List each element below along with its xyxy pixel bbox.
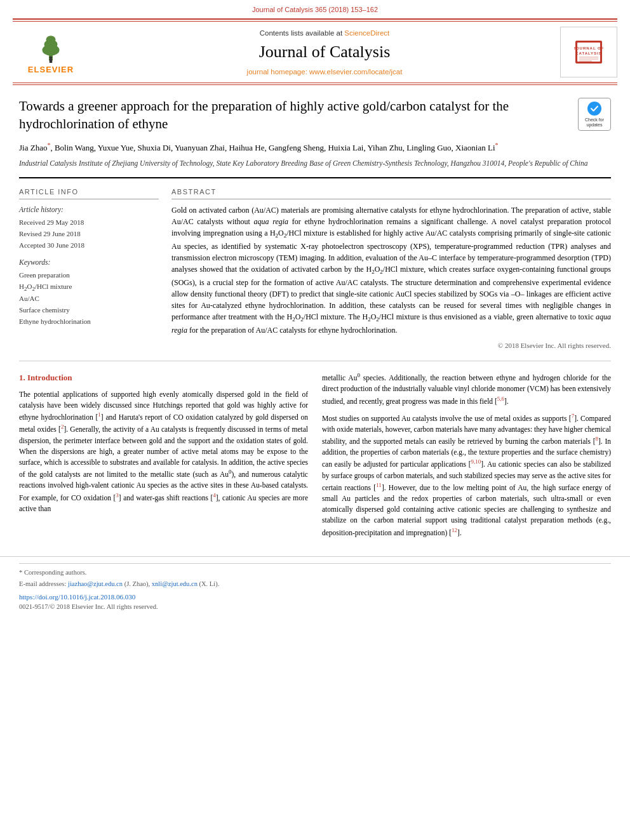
- journal-logo-box: JOURNAL OF CATALYSIS: [560, 27, 617, 77]
- contents-line: Contents lists available at ScienceDirec…: [95, 28, 554, 38]
- article-info-label: ARTICLE INFO: [19, 187, 159, 199]
- intro-right-col: metallic Au0 species. Additionally, the …: [322, 371, 611, 543]
- accepted-date: Accepted 30 June 2018: [19, 240, 159, 251]
- article-history-label: Article history:: [19, 204, 159, 215]
- email-line: E-mail addresses: jiazhao@zjut.edu.cn (J…: [19, 579, 611, 589]
- journal-logo-icon: JOURNAL OF CATALYSIS: [574, 39, 603, 65]
- elsevier-label: ELSEVIER: [28, 64, 74, 76]
- keyword-4: Surface chemistry: [19, 305, 159, 316]
- check-updates-badge: Check for updates: [578, 98, 611, 131]
- email2-link[interactable]: xnli@zjut.edu.cn: [152, 580, 198, 587]
- header: Journal of Catalysis 365 (2018) 153–162 …: [0, 0, 630, 85]
- keyword-5: Ethyne hydrochlorination: [19, 316, 159, 328]
- section-divider: [19, 177, 611, 178]
- svg-point-4: [50, 56, 53, 59]
- copyright-line: © 2018 Elsevier Inc. All rights reserved…: [171, 341, 611, 350]
- intro-right-p2: Most studies on supported Au catalysts i…: [322, 412, 611, 538]
- elsevier-tree-icon: [32, 29, 70, 64]
- footer: * Corresponding authors. E-mail addresse…: [0, 556, 630, 617]
- corresponding-note: * Corresponding authors.: [19, 568, 611, 578]
- svg-text:CATALYSIS: CATALYSIS: [575, 51, 602, 55]
- keywords-label: Keywords:: [19, 257, 159, 267]
- article-info-col: ARTICLE INFO Article history: Received 2…: [19, 187, 159, 350]
- journal-title-header: Journal of Catalysis: [95, 41, 554, 63]
- check-icon: [587, 102, 601, 116]
- main-content: Towards a greener approach for the prepa…: [0, 85, 630, 556]
- authors: Jia Zhao*, Bolin Wang, Yuxue Yue, Shuxia…: [19, 140, 611, 154]
- check-updates-label: Check for updates: [579, 117, 610, 128]
- intro-heading: 1. Introduction: [19, 371, 308, 384]
- svg-text:JOURNAL OF: JOURNAL OF: [574, 46, 603, 50]
- article-dates: Received 29 May 2018 Revised 29 June 201…: [19, 217, 159, 251]
- affiliation: Industrial Catalysis Institute of Zhejia…: [19, 158, 611, 168]
- journal-ref-top: Journal of Catalysis 365 (2018) 153–162: [252, 5, 378, 15]
- doi-line: https://doi.org/10.1016/j.jcat.2018.06.0…: [19, 591, 611, 603]
- abstract-text: Gold on activated carbon (Au/AC) materia…: [171, 204, 611, 336]
- revised-date: Revised 29 June 2018: [19, 229, 159, 240]
- svg-point-3: [46, 36, 56, 43]
- intro-left-p1: The potential applications of supported …: [19, 389, 308, 514]
- keyword-1: Green preparation: [19, 270, 159, 281]
- introduction-section: 1. Introduction The potential applicatio…: [19, 371, 611, 543]
- homepage-line: journal homepage: www.elsevier.com/locat…: [95, 67, 554, 77]
- article-title-section: Towards a greener approach for the prepa…: [19, 91, 611, 133]
- abstract-label: ABSTRACT: [171, 187, 611, 199]
- doi-link[interactable]: https://doi.org/10.1016/j.jcat.2018.06.0…: [19, 593, 135, 601]
- body-divider: [19, 361, 611, 361]
- page: Journal of Catalysis 365 (2018) 153–162 …: [0, 0, 630, 840]
- svg-rect-5: [50, 59, 53, 63]
- article-info-abstract: ARTICLE INFO Article history: Received 2…: [19, 187, 611, 350]
- intro-right-p1: metallic Au0 species. Additionally, the …: [322, 371, 611, 406]
- abstract-col: ABSTRACT Gold on activated carbon (Au/AC…: [171, 187, 611, 350]
- issn-line: 0021-9517/© 2018 Elsevier Inc. All right…: [19, 603, 611, 612]
- keyword-3: Au/AC: [19, 293, 159, 305]
- header-inner: ELSEVIER Contents lists available at Sci…: [13, 21, 617, 83]
- sciencedirect-link[interactable]: ScienceDirect: [344, 29, 389, 37]
- keywords-section: Keywords: Green preparation H2O2/HCl mix…: [19, 257, 159, 327]
- elsevier-logo: ELSEVIER: [13, 29, 89, 76]
- article-title: Towards a greener approach for the prepa…: [19, 98, 568, 133]
- email1-link[interactable]: jiazhao@zjut.edu.cn: [68, 580, 123, 587]
- header-center: Contents lists available at ScienceDirec…: [89, 28, 560, 77]
- intro-left-col: 1. Introduction The potential applicatio…: [19, 371, 308, 543]
- received-date: Received 29 May 2018: [19, 217, 159, 229]
- keyword-2: H2O2/HCl mixture: [19, 281, 159, 294]
- homepage-link[interactable]: journal homepage: www.elsevier.com/locat…: [247, 68, 403, 76]
